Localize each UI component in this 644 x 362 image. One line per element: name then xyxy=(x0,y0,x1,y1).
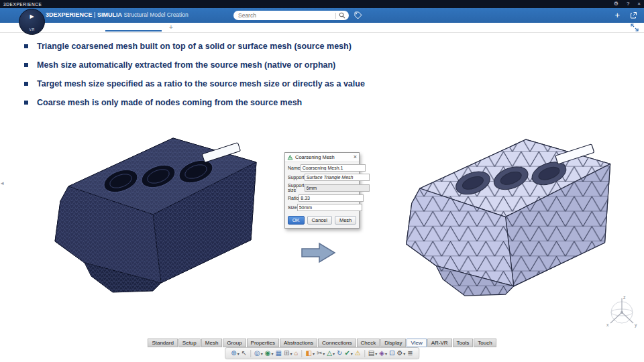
center-view-icon[interactable]: ◎▾ xyxy=(254,349,263,358)
field-label: Support xyxy=(288,175,305,180)
close-icon[interactable]: × xyxy=(637,0,641,8)
dialog-field-support: Support xyxy=(288,174,356,181)
search-input[interactable] xyxy=(237,11,333,19)
view-layout-icon[interactable]: ⊞▾ xyxy=(284,349,292,358)
ribbon-tab-connections[interactable]: Connections xyxy=(318,339,356,347)
explore-globe-icon[interactable]: ◉▾ xyxy=(265,349,274,358)
dialog-field-size: Size xyxy=(288,204,356,211)
os-titlebar: 3DEXPERIENCE ⚙ ? × xyxy=(0,0,644,8)
dialog-field-name: Name xyxy=(288,164,356,172)
axis-label-x: x xyxy=(606,322,609,327)
gear-icon[interactable]: ⚙ xyxy=(614,0,619,8)
mesh-button[interactable]: Mesh xyxy=(335,216,356,225)
ribbon-tab-ar-vr[interactable]: AR-VR xyxy=(427,339,452,347)
bullet-item: Target mesh size specified as a ratio to… xyxy=(24,79,588,88)
ribbon-tab-setup[interactable]: Setup xyxy=(178,339,201,347)
product-name: 3DEXPERIENCE xyxy=(46,11,93,18)
settings-gear-icon[interactable]: ⚙▾ xyxy=(396,349,405,358)
options-list-icon[interactable]: ≣ xyxy=(407,349,413,358)
field-label: Ratio xyxy=(288,196,299,200)
active-tab-underline xyxy=(105,30,162,32)
render-style-icon[interactable]: ◧▾ xyxy=(305,349,314,358)
panel-collapse-icon[interactable]: ◂ xyxy=(1,180,4,186)
field-label: Support size xyxy=(288,183,305,192)
dialog-title: Coarsening Mesh xyxy=(295,154,352,160)
ribbon-tab-group[interactable]: Group xyxy=(223,339,246,347)
search-box[interactable] xyxy=(233,11,349,20)
update-mesh-icon[interactable]: ↻ xyxy=(337,349,342,358)
layers-icon[interactable]: ▤▾ xyxy=(368,349,377,358)
compass-label: V.R xyxy=(19,27,44,32)
ribbon-tab-check[interactable]: Check xyxy=(357,339,380,347)
zoom-tool-icon[interactable]: ⊕▾ xyxy=(231,349,239,358)
new-tab-button[interactable]: + xyxy=(169,23,173,32)
support-field[interactable] xyxy=(305,174,370,181)
toolbar-separator xyxy=(250,350,251,357)
tag-icon[interactable] xyxy=(354,11,362,19)
dialog-titlebar[interactable]: Coarsening Mesh × xyxy=(285,153,359,162)
bullet-item: Triangle coarsened mesh built on top of … xyxy=(24,42,588,51)
title-separator: | xyxy=(94,11,95,18)
compass-widget[interactable]: ▶ V.R xyxy=(19,9,45,35)
toolbar-separator xyxy=(364,350,365,357)
app-header: 3DEXPERIENCE | SIMULIA Structural Model … xyxy=(0,8,644,23)
ribbon-tab-bar: StandardSetupMeshGroupPropertiesAbstract… xyxy=(0,339,644,347)
field-label: Size xyxy=(288,205,297,210)
dialog-field-support-size: Support size xyxy=(288,183,356,192)
source-mesh-image xyxy=(20,121,275,302)
dialog-field-ratio: Ratio xyxy=(288,194,356,202)
fullscreen-icon[interactable] xyxy=(631,23,639,32)
name-field[interactable] xyxy=(301,164,366,172)
axis-label-y: y xyxy=(635,322,637,328)
compass-play-icon[interactable]: ▶ xyxy=(19,13,44,19)
mesh-icon xyxy=(287,154,293,160)
search-divider xyxy=(335,13,336,19)
axis-label-z: z xyxy=(623,295,626,300)
dialog-close-icon[interactable]: × xyxy=(354,154,357,161)
transform-arrow xyxy=(301,241,337,264)
field-label: Name xyxy=(288,166,301,170)
document-tabstrip: + xyxy=(0,23,644,33)
home-view-icon[interactable]: ⌂ xyxy=(294,349,298,358)
help-icon[interactable]: ? xyxy=(627,0,629,8)
ribbon-tab-standard[interactable]: Standard xyxy=(148,339,177,347)
ribbon-tab-display[interactable]: Display xyxy=(380,339,406,347)
ribbon-tab-abstractions[interactable]: Abstractions xyxy=(280,339,317,347)
add-content-icon[interactable]: + xyxy=(614,9,620,22)
check-quality-icon[interactable]: ✔▾ xyxy=(344,349,352,358)
app-window: 3DEXPERIENCE ⚙ ? × 3DEXPERIENCE | SIMULI… xyxy=(0,0,644,362)
coarse-mesh-image xyxy=(371,118,629,309)
cancel-button[interactable]: Cancel xyxy=(307,216,332,225)
section-cut-icon[interactable]: ✂▾ xyxy=(317,349,325,358)
app-name: Structural Model Creation xyxy=(123,11,188,18)
ribbon-tab-view[interactable]: View xyxy=(407,339,426,347)
bullet-item: Mesh size automatically extracted from t… xyxy=(24,60,588,70)
support-size-field[interactable] xyxy=(305,184,370,192)
coarsening-mesh-dialog: Coarsening Mesh × Name Support Support s… xyxy=(284,152,360,229)
multi-view-icon[interactable]: ▦ xyxy=(276,349,282,358)
axis-triad[interactable]: z x y xyxy=(602,294,641,333)
size-field[interactable] xyxy=(297,204,362,211)
slide-bullet-list: Triangle coarsened mesh built on top of … xyxy=(24,42,588,117)
ribbon-tab-mesh[interactable]: Mesh xyxy=(201,339,223,347)
window-title: 3DEXPERIENCE xyxy=(3,2,42,7)
materials-icon[interactable]: ◈▾ xyxy=(379,349,387,358)
capture-icon[interactable]: ⊡ xyxy=(389,349,394,358)
warnings-icon[interactable]: ⚠ xyxy=(355,349,361,358)
app-title: 3DEXPERIENCE | SIMULIA Structural Model … xyxy=(46,11,189,18)
ribbon-tab-tools[interactable]: Tools xyxy=(453,339,474,347)
brand-name: SIMULIA xyxy=(97,11,122,18)
bullet-item: Coarse mesh is only made of nodes coming… xyxy=(24,98,588,107)
ribbon-tab-properties[interactable]: Properties xyxy=(247,339,279,347)
bottom-toolbar: ⊕▾↖◎▾◉▾▦⊞▾⌂◧▾✂▾△▾↻✔▾⚠▤▾◈▾⊡⚙▾≣ xyxy=(225,347,419,359)
share-icon[interactable] xyxy=(629,11,637,19)
ok-button[interactable]: OK xyxy=(288,216,305,225)
ribbon-tab-touch[interactable]: Touch xyxy=(474,339,496,347)
select-cursor-icon[interactable]: ↖ xyxy=(241,349,247,358)
measure-icon[interactable]: △▾ xyxy=(327,349,335,358)
toolbar-separator xyxy=(301,350,302,357)
ratio-field[interactable] xyxy=(299,194,364,202)
search-icon[interactable] xyxy=(339,12,345,19)
